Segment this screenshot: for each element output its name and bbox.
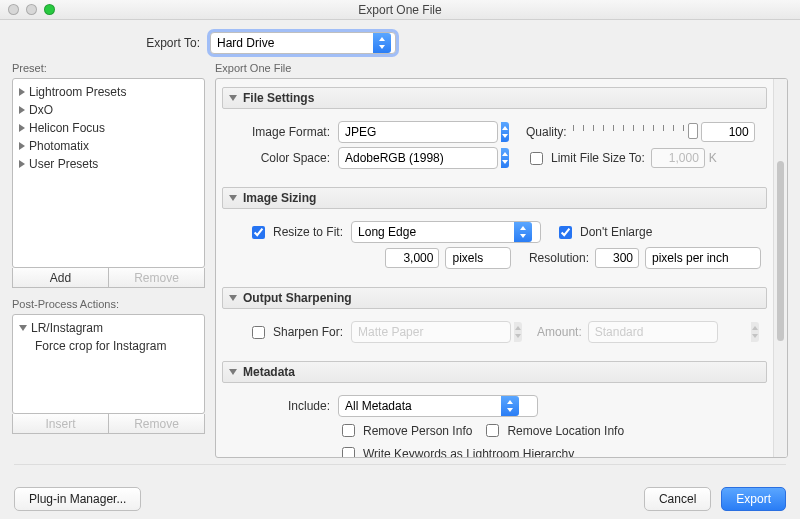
bottom-bar: Plug-in Manager... Cancel Export (0, 487, 800, 511)
quality-label: Quality: (526, 125, 573, 139)
export-to-select[interactable] (210, 32, 396, 54)
resize-mode-select[interactable] (351, 221, 541, 243)
disclosure-down-icon (19, 325, 27, 331)
updown-icon (373, 33, 391, 53)
color-space-select[interactable] (338, 147, 498, 169)
disclosure-down-icon (229, 95, 237, 101)
resolution-label: Resolution: (529, 251, 595, 265)
export-to-value[interactable] (211, 33, 373, 53)
quality-input[interactable] (701, 122, 755, 142)
export-to-row: Export To: (0, 20, 800, 62)
sharpen-amount-select[interactable] (588, 321, 718, 343)
updown-icon (501, 148, 509, 168)
updown-icon (514, 322, 522, 342)
sharpen-media-select[interactable] (351, 321, 511, 343)
preset-item[interactable]: Helicon Focus (19, 119, 198, 137)
include-select[interactable] (338, 395, 538, 417)
preset-item[interactable]: Lightroom Presets (19, 83, 198, 101)
disclosure-right-icon (19, 124, 25, 132)
quality-slider[interactable] (573, 123, 693, 141)
disclosure-right-icon (19, 160, 25, 168)
limit-filesize-input[interactable] (651, 148, 705, 168)
section-file-settings[interactable]: File Settings (222, 87, 767, 109)
remove-preset-button[interactable]: Remove (109, 268, 205, 288)
preset-item[interactable]: DxO (19, 101, 198, 119)
export-to-label: Export To: (0, 36, 200, 50)
limit-filesize-checkbox[interactable]: Limit File Size To: (526, 149, 645, 168)
include-label: Include: (228, 399, 338, 413)
limit-filesize-unit: K (709, 151, 717, 165)
disclosure-down-icon (229, 195, 237, 201)
preset-list[interactable]: Lightroom Presets DxO Helicon Focus Phot… (12, 78, 205, 268)
section-image-sizing[interactable]: Image Sizing (222, 187, 767, 209)
vertical-scrollbar[interactable] (773, 79, 787, 457)
post-process-list[interactable]: LR/Instagram Force crop for Instagram (12, 314, 205, 414)
preset-item[interactable]: User Presets (19, 155, 198, 173)
resolution-unit-select[interactable] (645, 247, 761, 269)
window-title: Export One File (0, 3, 800, 17)
disclosure-down-icon (229, 369, 237, 375)
updown-icon (501, 122, 509, 142)
write-keywords-checkbox[interactable]: Write Keywords as Lightroom Hierarchy (338, 444, 574, 458)
remove-location-checkbox[interactable]: Remove Location Info (482, 421, 624, 440)
remove-person-checkbox[interactable]: Remove Person Info (338, 421, 472, 440)
resolution-input[interactable] (595, 248, 639, 268)
preset-heading: Preset: (12, 62, 205, 74)
section-output-sharpening[interactable]: Output Sharpening (222, 287, 767, 309)
disclosure-right-icon (19, 106, 25, 114)
color-space-label: Color Space: (228, 151, 338, 165)
updown-icon (501, 396, 519, 416)
export-button[interactable]: Export (721, 487, 786, 511)
ppa-item[interactable]: Force crop for Instagram (19, 337, 198, 355)
ppa-heading: Post-Process Actions: (12, 298, 205, 310)
updown-icon (514, 222, 532, 242)
scrollbar-thumb[interactable] (777, 161, 784, 341)
disclosure-down-icon (229, 295, 237, 301)
titlebar: Export One File (0, 0, 800, 20)
dont-enlarge-checkbox[interactable]: Don't Enlarge (555, 223, 652, 242)
sharpen-for-checkbox[interactable]: Sharpen For: (248, 323, 343, 342)
settings-scroll-area: File Settings Image Format: Quality: (215, 78, 788, 458)
preset-item[interactable]: Photomatix (19, 137, 198, 155)
sharpen-amount-label: Amount: (537, 325, 582, 339)
section-metadata[interactable]: Metadata (222, 361, 767, 383)
disclosure-right-icon (19, 142, 25, 150)
image-format-label: Image Format: (228, 125, 338, 139)
add-preset-button[interactable]: Add (12, 268, 109, 288)
dimension-input[interactable] (385, 248, 439, 268)
updown-icon (751, 322, 759, 342)
right-title: Export One File (215, 62, 788, 74)
resize-to-fit-checkbox[interactable]: Resize to Fit: (248, 223, 343, 242)
plugin-manager-button[interactable]: Plug-in Manager... (14, 487, 141, 511)
disclosure-right-icon (19, 88, 25, 96)
dimension-unit-select[interactable] (445, 247, 511, 269)
cancel-button[interactable]: Cancel (644, 487, 711, 511)
remove-ppa-button[interactable]: Remove (109, 414, 205, 434)
image-format-select[interactable] (338, 121, 498, 143)
ppa-group[interactable]: LR/Instagram (19, 319, 198, 337)
insert-ppa-button[interactable]: Insert (12, 414, 109, 434)
